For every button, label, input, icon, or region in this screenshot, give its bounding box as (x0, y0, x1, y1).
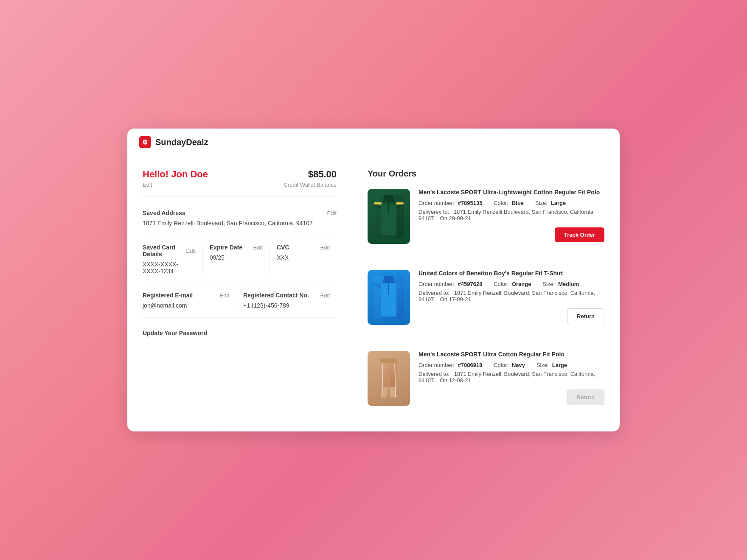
order-info-1: Men's Lacoste SPORT Ultra-Lightweight Co… (418, 189, 604, 242)
svg-point-10 (388, 286, 390, 287)
saved-address-edit[interactable]: Edit (327, 210, 337, 216)
content-area: Hello! Jon Doe Edit $85.00 Credit Wallet… (127, 156, 620, 431)
logo-icon (139, 136, 151, 148)
order-item-2: United Colors of Benetton Boy's Regular … (368, 270, 604, 338)
color-value-1: Blue (512, 200, 524, 206)
svg-point-6 (388, 207, 390, 208)
card-details-row: Saved Card Details Edit XXXX-XXXX-XXXX-1… (143, 244, 337, 274)
order-item: Men's Lacoste SPORT Ultra-Lightweight Co… (368, 189, 604, 257)
phone-header: Registered Contact No. Edit (243, 292, 330, 299)
order-actions-3: Return (418, 389, 604, 405)
order-number-value-2: #4597628 (458, 281, 483, 287)
order-info-3: Men's Lacoste SPORT Ultra Cotton Regular… (418, 351, 604, 405)
delivery-label-1: Deliverey to: (418, 209, 449, 215)
contact-row: Registered E-mail Edit jon@nomail.com Re… (143, 292, 337, 309)
phone-edit[interactable]: Edit (320, 292, 330, 299)
track-order-button-1[interactable]: Track Order (555, 227, 604, 242)
color-label-3: Color: (494, 362, 508, 368)
saved-address-title: Saved Address (143, 210, 185, 216)
svg-rect-12 (380, 358, 397, 363)
email-value: jon@nomail.com (143, 302, 229, 309)
delivery-date-3: On 12-08-21 (440, 377, 471, 384)
order-item-3: Men's Lacoste SPORT Ultra Cotton Regular… (368, 351, 604, 419)
svg-point-5 (388, 204, 390, 206)
color-label-2: Color: (494, 281, 508, 287)
order-image-1 (368, 189, 410, 244)
card-number-edit[interactable]: Edit (186, 248, 196, 254)
card-section: Saved Card Details Edit XXXX-XXXX-XXXX-1… (143, 244, 337, 283)
user-greeting: Hello! Jon Doe (143, 169, 208, 180)
expire-date-col: Expire Date Edit 09/25 (202, 244, 270, 274)
expire-date-value: 09/25 (210, 254, 263, 261)
size-label-3: Size: (536, 362, 549, 368)
left-panel: Hello! Jon Doe Edit $85.00 Credit Wallet… (127, 156, 352, 431)
order-product-name-3: Men's Lacoste SPORT Ultra Cotton Regular… (418, 351, 604, 358)
phone-col: Registered Contact No. Edit +1 (123)-456… (236, 292, 337, 309)
size-value-2: Medium (558, 281, 579, 287)
svg-rect-1 (374, 202, 382, 204)
expire-date-header: Expire Date Edit (210, 244, 263, 251)
cvc-edit[interactable]: Edit (320, 244, 330, 251)
svg-point-11 (388, 288, 390, 289)
size-label-1: Size: (535, 200, 548, 206)
color-label-1: Color: (494, 200, 508, 206)
card-number-header: Saved Card Details Edit (143, 244, 196, 258)
wallet-label: Credit Wallet Balance (284, 182, 337, 188)
order-info-2: United Colors of Benetton Boy's Regular … (418, 270, 604, 324)
contact-section: Registered E-mail Edit jon@nomail.com Re… (143, 292, 337, 318)
card-number-title: Saved Card Details (143, 244, 186, 258)
order-meta-number-3: Order number: #7086918 Color: Navy Size:… (418, 362, 604, 368)
order-actions-1: Track Order (418, 227, 604, 242)
order-image-2 (368, 270, 410, 325)
saved-address-value: 1871 Emily Renzelli Boulevard, San Franc… (143, 220, 337, 227)
color-value-2: Orange (512, 281, 531, 287)
phone-title: Registered Contact No. (243, 292, 309, 299)
card-number-value: XXXX-XXXX-XXXX-1234 (143, 261, 196, 274)
order-number-value-1: #7895135 (458, 200, 483, 206)
order-delivery-2: Delivered to: 1871 Emily Renzelli Boulev… (418, 290, 604, 302)
card-number-col: Saved Card Details Edit XXXX-XXXX-XXXX-1… (143, 244, 202, 274)
saved-address-section: Saved Address Edit 1871 Emily Renzelli B… (143, 210, 337, 235)
saved-address-header: Saved Address Edit (143, 210, 337, 216)
order-delivery-1: Deliverey to: 1871 Emily Renzelli Boulev… (418, 209, 604, 221)
size-value-1: Large (551, 200, 566, 206)
email-header: Registered E-mail Edit (143, 292, 229, 299)
delivery-date-1: On 29-09-21 (440, 215, 471, 221)
cvc-col: CVC Edit XXX (270, 244, 337, 274)
phone-value: +1 (123)-456-789 (243, 302, 330, 309)
order-number-label-2: Order number: (418, 281, 455, 287)
size-value-3: Large (552, 362, 567, 368)
wallet-amount: $85.00 (284, 169, 337, 180)
user-header: Hello! Jon Doe Edit $85.00 Credit Wallet… (143, 169, 337, 197)
user-greeting-section: Hello! Jon Doe Edit (143, 169, 208, 188)
order-actions-2: Return (418, 308, 604, 324)
delivery-label-2: Delivered to: (418, 290, 449, 296)
order-number-label-3: Order number: (418, 362, 455, 368)
delivery-label-3: Delivered to: (418, 371, 449, 377)
svg-rect-2 (396, 202, 404, 204)
update-password-link[interactable]: Update Your Password (143, 326, 337, 340)
email-col: Registered E-mail Edit jon@nomail.com (143, 292, 236, 309)
email-title: Registered E-mail (143, 292, 193, 299)
color-value-3: Navy (512, 362, 525, 368)
delivery-date-2: On 17-09-21 (440, 296, 471, 302)
return-button-2[interactable]: Return (567, 308, 604, 324)
order-product-name-2: United Colors of Benetton Boy's Regular … (418, 270, 604, 277)
cvc-header: CVC Edit (277, 244, 330, 251)
orders-title: Your Orders (368, 169, 604, 179)
cvc-value: XXX (277, 254, 330, 261)
wallet-section: $85.00 Credit Wallet Balance (284, 169, 337, 188)
main-card: SundayDealz Hello! Jon Doe Edit $85.00 C… (127, 129, 620, 431)
expire-date-edit[interactable]: Edit (253, 244, 263, 251)
order-delivery-3: Delivered to: 1871 Emily Renzelli Boulev… (418, 371, 604, 384)
order-meta-number-1: Order number: #7895135 Color: Blue Size:… (418, 200, 604, 206)
right-panel: Your Orders (352, 156, 620, 431)
expire-date-title: Expire Date (210, 244, 242, 251)
cvc-title: CVC (277, 244, 289, 251)
profile-edit-link[interactable]: Edit (143, 182, 208, 188)
return-button-3: Return (567, 389, 604, 405)
order-number-label-1: Order number: (418, 200, 455, 206)
size-label-2: Size: (542, 281, 555, 287)
email-edit[interactable]: Edit (220, 292, 229, 299)
top-bar: SundayDealz (127, 129, 620, 156)
